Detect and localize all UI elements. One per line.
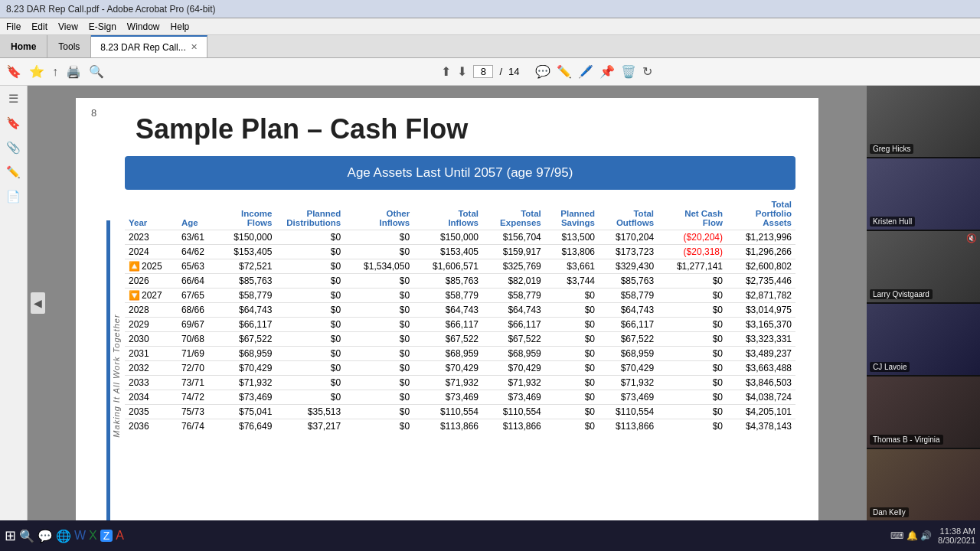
col-header-total-outflows: TotalOutflows bbox=[599, 197, 658, 230]
taskbar-excel-btn[interactable]: X bbox=[89, 529, 97, 543]
taskbar-acrobat-btn[interactable]: A bbox=[116, 529, 124, 543]
taskbar-clock: 11:38 AM 8/30/2021 bbox=[938, 527, 975, 545]
sidebar-icon-attachment[interactable]: 📎 bbox=[6, 141, 21, 155]
col-header-total-inflows: TotalInflows bbox=[413, 197, 482, 230]
taskbar-time: 11:38 AM bbox=[938, 527, 975, 536]
menu-edit[interactable]: Edit bbox=[31, 21, 47, 32]
participant-name-5: Thomas B - Virginia bbox=[870, 435, 943, 445]
col-header-age: Age bbox=[178, 197, 217, 230]
col-header-income: IncomeFlows bbox=[217, 197, 276, 230]
tab-home[interactable]: Home bbox=[0, 35, 47, 57]
left-sidebar: ☰ 🔖 📎 ✏️ 📄 bbox=[0, 86, 28, 520]
col-header-planned-dist: PlannedDistributions bbox=[276, 197, 345, 230]
taskbar-search-btn[interactable]: 🔍 bbox=[19, 529, 34, 543]
cash-flow-table-container: Year Age IncomeFlows PlannedDistribution… bbox=[125, 197, 795, 433]
col-header-net-cash: Net CashFlow bbox=[658, 197, 727, 230]
video-tile-5: Thomas B - Virginia bbox=[867, 377, 980, 448]
participant-name-3: Larry Qvistgaard bbox=[870, 289, 933, 299]
video-tile-1: Greg Hicks bbox=[867, 86, 980, 157]
page-separator: / bbox=[499, 66, 502, 77]
toolbar-rotate-btn[interactable]: ↻ bbox=[642, 64, 652, 79]
tab-bar: Home Tools 8.23 DAR Rep Call... ✕ bbox=[0, 35, 980, 58]
table-header-row: Year Age IncomeFlows PlannedDistribution… bbox=[125, 197, 795, 230]
cash-flow-table: Year Age IncomeFlows PlannedDistribution… bbox=[125, 197, 795, 433]
table-row: 🔽202767/65$58,779$0$0$58,779$58,779$0$58… bbox=[125, 289, 795, 303]
tab-document-label: 8.23 DAR Rep Call... bbox=[100, 42, 185, 53]
toolbar-star-btn[interactable]: ⭐ bbox=[29, 64, 44, 79]
menu-file[interactable]: File bbox=[6, 21, 21, 32]
toolbar: 🔖 ⭐ ↑ 🖨️ 🔍 ⬆ ⬇ / 14 💬 ✏️ 🖊️ 📌 🗑️ ↻ bbox=[0, 58, 980, 86]
video-tile-3: Larry Qvistgaard 🔇 bbox=[867, 231, 980, 302]
col-header-planned-savings: PlannedSavings bbox=[545, 197, 599, 230]
page-next-btn[interactable]: ⬇ bbox=[457, 64, 467, 79]
pdf-area: ◀ 8 Making It All Work Together Sample P… bbox=[28, 86, 867, 520]
menu-window[interactable]: Window bbox=[127, 21, 160, 32]
title-bar: 8.23 DAR Rep Call.pdf - Adobe Acrobat Pr… bbox=[0, 0, 980, 18]
page-total: 14 bbox=[508, 66, 519, 77]
menu-help[interactable]: Help bbox=[171, 21, 190, 32]
sidebar-icon-layers[interactable]: 📄 bbox=[6, 190, 21, 204]
menu-bar: File Edit View E-Sign Window Help bbox=[0, 18, 980, 35]
menu-esign[interactable]: E-Sign bbox=[89, 21, 116, 32]
table-row: 203171/69$68,959$0$0$68,959$68,959$0$68,… bbox=[125, 347, 795, 361]
col-header-total-expenses: TotalExpenses bbox=[482, 197, 545, 230]
taskbar-date: 8/30/2021 bbox=[938, 536, 975, 545]
slide-title: Sample Plan – Cash Flow bbox=[136, 113, 795, 145]
main-layout: ☰ 🔖 📎 ✏️ 📄 ◀ 8 Making It All Work Togeth… bbox=[0, 86, 980, 520]
toolbar-bookmark-btn[interactable]: 🔖 bbox=[6, 64, 21, 79]
tab-tools[interactable]: Tools bbox=[47, 35, 91, 57]
table-row: 203373/71$71,932$0$0$71,932$71,932$0$71,… bbox=[125, 376, 795, 390]
participant-name-6: Dan Kelly bbox=[870, 507, 909, 517]
toolbar-center: ⬆ ⬇ / 14 💬 ✏️ 🖊️ 📌 🗑️ ↻ bbox=[441, 64, 652, 79]
toolbar-comment-btn[interactable]: 💬 bbox=[535, 64, 550, 79]
vertical-text: Making It All Work Together bbox=[112, 314, 121, 437]
table-row: 203272/70$70,429$0$0$70,429$70,429$0$70,… bbox=[125, 361, 795, 376]
banner: Age Assets Last Until 2057 (age 97/95) bbox=[125, 156, 795, 190]
table-row: 203676/74$76,649$37,217$0$113,866$113,86… bbox=[125, 419, 795, 434]
sidebar-icon-menu[interactable]: ☰ bbox=[8, 92, 18, 106]
toolbar-stamp-btn[interactable]: 📌 bbox=[599, 64, 615, 79]
tab-document[interactable]: 8.23 DAR Rep Call... ✕ bbox=[91, 35, 207, 57]
tab-close-icon[interactable]: ✕ bbox=[191, 42, 198, 52]
toolbar-print-btn[interactable]: 🖨️ bbox=[66, 64, 81, 79]
toolbar-delete-btn[interactable]: 🗑️ bbox=[621, 64, 636, 79]
toolbar-nav-btn[interactable]: ↑ bbox=[52, 65, 58, 79]
toolbar-search-btn[interactable]: 🔍 bbox=[89, 64, 104, 79]
table-row: 203474/72$73,469$0$0$73,469$73,469$0$73,… bbox=[125, 390, 795, 405]
table-row: 202666/64$85,763$0$0$85,763$82,019$3,744… bbox=[125, 274, 795, 289]
sidebar-icon-bookmark[interactable]: 🔖 bbox=[6, 116, 21, 130]
table-row: 202464/62$153,405$0$0$153,405$159,917$13… bbox=[125, 245, 795, 259]
video-tile-2: Kristen Hull bbox=[867, 158, 980, 230]
taskbar-right: ⌨ 🔔 🔊 11:38 AM 8/30/2021 bbox=[890, 527, 975, 545]
taskbar-chrome-btn[interactable]: 🌐 bbox=[56, 529, 71, 543]
taskbar-word-btn[interactable]: W bbox=[74, 529, 86, 543]
toolbar-left: 🔖 ⭐ ↑ 🖨️ 🔍 bbox=[6, 64, 104, 79]
mute-icon-3: 🔇 bbox=[966, 233, 977, 243]
page-current-input[interactable] bbox=[473, 65, 493, 78]
table-row: 203575/73$75,041$35,513$0$110,554$110,55… bbox=[125, 405, 795, 419]
scroll-left-arrow[interactable]: ◀ bbox=[31, 292, 45, 314]
participant-name-1: Greg Hicks bbox=[870, 144, 913, 154]
col-header-total-portfolio: TotalPortfolioAssets bbox=[727, 197, 795, 230]
col-header-year: Year bbox=[125, 197, 178, 230]
pdf-page: 8 Making It All Work Together Sample Pla… bbox=[76, 98, 818, 520]
toolbar-pen-btn[interactable]: ✏️ bbox=[557, 64, 572, 79]
left-border-line bbox=[106, 220, 110, 520]
taskbar: ⊞ 🔍 💬 🌐 W X Z A ⌨ 🔔 🔊 11:38 AM 8/30/2021 bbox=[0, 520, 980, 551]
video-panel: Greg Hicks Kristen Hull Larry Qvistgaard… bbox=[867, 86, 980, 520]
page-prev-btn[interactable]: ⬆ bbox=[441, 64, 451, 79]
taskbar-icons: ⌨ 🔔 🔊 bbox=[890, 530, 932, 541]
participant-name-2: Kristen Hull bbox=[870, 217, 915, 227]
taskbar-zoom-btn[interactable]: Z bbox=[100, 530, 113, 542]
taskbar-start-btn[interactable]: ⊞ bbox=[5, 527, 16, 544]
page-number: 8 bbox=[91, 107, 96, 119]
taskbar-cortana-btn[interactable]: 💬 bbox=[38, 529, 53, 543]
table-row: 203070/68$67,522$0$0$67,522$67,522$0$67,… bbox=[125, 332, 795, 347]
menu-view[interactable]: View bbox=[58, 21, 78, 32]
toolbar-highlight-btn[interactable]: 🖊️ bbox=[578, 64, 593, 79]
participant-name-4: CJ Lavoie bbox=[870, 362, 910, 372]
sidebar-icon-edit[interactable]: ✏️ bbox=[6, 165, 21, 179]
table-row: 202363/61$150,000$0$0$150,000$156,704$13… bbox=[125, 230, 795, 245]
table-row: 🔼202565/63$72,521$0$1,534,050$1,606,571$… bbox=[125, 259, 795, 274]
video-tile-6: Dan Kelly bbox=[867, 449, 980, 520]
